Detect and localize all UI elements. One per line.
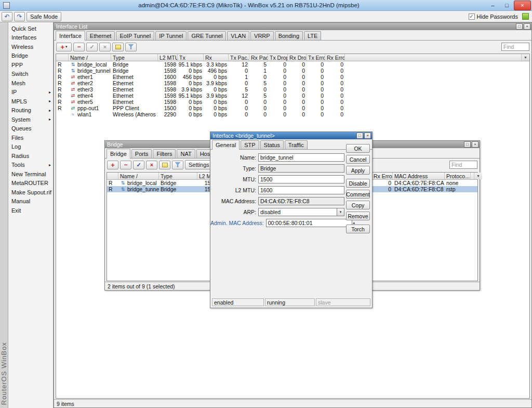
- column-header-tx-drops[interactable]: Tx Drops: [268, 54, 288, 61]
- remove-button[interactable]: −: [73, 43, 85, 51]
- l2mtu-field[interactable]: [258, 186, 344, 194]
- interface-row[interactable]: R ether1 Ethernet 1600 456 bps 0 bps 1 0…: [56, 74, 529, 80]
- disable-button[interactable]: Disable: [346, 179, 370, 188]
- maximize-button[interactable]: □: [500, 1, 514, 10]
- enable-button[interactable]: ✓: [86, 43, 98, 51]
- sidebar-item[interactable]: Quick Set: [8, 24, 53, 33]
- sidebar-item[interactable]: Routing ▸: [8, 106, 53, 115]
- disable-button[interactable]: ×: [99, 43, 111, 51]
- settings-button[interactable]: Settings: [185, 160, 213, 169]
- arp-select[interactable]: ▼: [258, 208, 344, 216]
- interface-row[interactable]: R ether2 Ethernet 1598 0 bps 3.9 kbps 0 …: [56, 80, 529, 86]
- window-close-button[interactable]: ×: [472, 141, 478, 148]
- column-header-mac-address[interactable]: MAC Address: [393, 173, 445, 179]
- sidebar-item[interactable]: Mesh: [8, 78, 53, 88]
- minimize-button[interactable]: –: [486, 1, 500, 10]
- column-header-l2mtu[interactable]: L2 MTU: [158, 54, 178, 61]
- undo-button[interactable]: ↶: [2, 12, 12, 21]
- column-header-name[interactable]: Name /: [69, 54, 111, 61]
- column-header-rx-errors[interactable]: Rx Errors: [372, 173, 393, 179]
- column-header-flags[interactable]: [107, 173, 118, 179]
- column-header-name[interactable]: Name /: [118, 173, 159, 179]
- app-titlebar[interactable]: admin@D4:CA:6D:7E:F8:C9 (MikroTik) - Win…: [0, 0, 532, 11]
- filter-button[interactable]: [125, 43, 137, 51]
- sidebar-item[interactable]: PPP: [8, 60, 53, 70]
- sidebar-item[interactable]: MetaROUTER: [8, 179, 53, 188]
- sidebar-item[interactable]: Exit: [8, 206, 53, 215]
- tab[interactable]: LTE: [304, 31, 321, 40]
- safe-mode-button[interactable]: Safe Mode: [26, 12, 61, 21]
- interface-row[interactable]: R ppp-out1 PPP Client 1500 0 bps 0 bps 0…: [56, 105, 529, 111]
- dialog-titlebar[interactable]: Interface <bridge_tunnel> □ ×: [210, 132, 372, 139]
- disable-button[interactable]: ×: [146, 161, 157, 169]
- interface-list-titlebar[interactable]: Interface List □ ×: [54, 23, 531, 30]
- mtu-field[interactable]: [258, 175, 344, 183]
- interface-row[interactable]: R bridge_local Bridge 1598 95.1 kbps 3.3…: [56, 61, 529, 68]
- tab[interactable]: VRRP: [250, 31, 274, 40]
- tab[interactable]: Interface: [56, 31, 85, 41]
- cancel-button[interactable]: Cancel: [346, 155, 370, 164]
- tab[interactable]: Bonding: [275, 31, 303, 40]
- column-header-rx-errors[interactable]: Rx Errors: [325, 54, 345, 61]
- sidebar-item[interactable]: Radius: [8, 151, 53, 161]
- sidebar-item[interactable]: Manual: [8, 197, 53, 206]
- name-field[interactable]: [258, 153, 344, 162]
- filter-button[interactable]: [172, 161, 183, 169]
- interface-row[interactable]: R ether4 Ethernet 1598 95.1 kbps 3.9 kbp…: [56, 93, 529, 99]
- add-button[interactable]: +: [107, 161, 118, 169]
- torch-button[interactable]: Torch: [346, 225, 370, 233]
- interface-row[interactable]: R bridge_tunnel Bridge 1598 0 bps 496 bp…: [56, 68, 529, 74]
- tab[interactable]: NAT: [177, 149, 195, 158]
- column-header-rx-packets[interactable]: Rx Pac...: [249, 54, 268, 61]
- redo-button[interactable]: ↷: [14, 12, 25, 21]
- interface-row[interactable]: wlan1 Wireless (Atheros 11N) 2290 0 bps …: [56, 111, 529, 117]
- enable-button[interactable]: ✓: [133, 161, 144, 169]
- sidebar-item[interactable]: Bridge: [8, 51, 53, 61]
- sidebar-item[interactable]: Wireless: [8, 42, 53, 51]
- tab[interactable]: VLAN: [227, 31, 249, 40]
- column-header-type[interactable]: Type: [159, 173, 197, 179]
- sidebar-item[interactable]: Interfaces: [8, 33, 53, 43]
- find-input[interactable]: [449, 161, 477, 169]
- column-header-protocol[interactable]: Protoco...: [445, 173, 471, 179]
- sidebar-item[interactable]: IP ▸: [8, 88, 53, 97]
- window-restore-button[interactable]: □: [356, 133, 363, 139]
- arp-dropdown-button[interactable]: ▼: [337, 208, 344, 216]
- copy-button[interactable]: Copy: [346, 201, 370, 209]
- column-header-tx-errors[interactable]: Tx Errors: [307, 54, 325, 61]
- tab[interactable]: Ports: [131, 149, 152, 158]
- tab[interactable]: Traffic: [285, 140, 308, 149]
- tab[interactable]: Ethernet: [86, 31, 115, 40]
- tab[interactable]: Bridge: [107, 149, 130, 159]
- sidebar-item[interactable]: Files: [8, 133, 53, 142]
- window-restore-button[interactable]: □: [464, 141, 471, 148]
- window-close-button[interactable]: ×: [524, 23, 530, 30]
- column-header-tx-packets[interactable]: Tx Pac...: [229, 54, 249, 61]
- ok-button[interactable]: OK: [346, 144, 370, 153]
- window-close-button[interactable]: ×: [364, 133, 371, 139]
- tab[interactable]: Filters: [153, 149, 176, 158]
- tab[interactable]: General: [212, 140, 240, 150]
- column-selector-button[interactable]: ▼: [474, 173, 482, 179]
- admin-mac-field[interactable]: [266, 219, 352, 227]
- tab[interactable]: EoIP Tunnel: [116, 31, 154, 40]
- sidebar-item[interactable]: Tools ▸: [8, 161, 53, 170]
- remove-button[interactable]: −: [120, 161, 131, 169]
- sidebar-item[interactable]: MPLS ▸: [8, 97, 53, 106]
- sidebar-item[interactable]: Queues: [8, 124, 53, 134]
- window-restore-button[interactable]: □: [516, 23, 523, 30]
- arp-field[interactable]: [258, 208, 337, 216]
- find-input[interactable]: [501, 43, 529, 51]
- sidebar-item[interactable]: Switch: [8, 70, 53, 79]
- remove-button[interactable]: Remove: [346, 212, 370, 220]
- column-selector-button[interactable]: ▼: [521, 54, 529, 61]
- comment-button[interactable]: [159, 161, 170, 169]
- add-button[interactable]: +▾: [56, 43, 72, 51]
- sidebar-item[interactable]: Make Supout.rif: [8, 188, 53, 197]
- column-header-rx[interactable]: Rx: [204, 54, 229, 61]
- tab[interactable]: STP: [241, 140, 259, 149]
- sidebar-item[interactable]: New Terminal: [8, 169, 53, 179]
- column-header-flags[interactable]: [56, 54, 69, 61]
- tab[interactable]: IP Tunnel: [155, 31, 187, 40]
- column-header-rx-drops[interactable]: Rx Drops: [288, 54, 307, 61]
